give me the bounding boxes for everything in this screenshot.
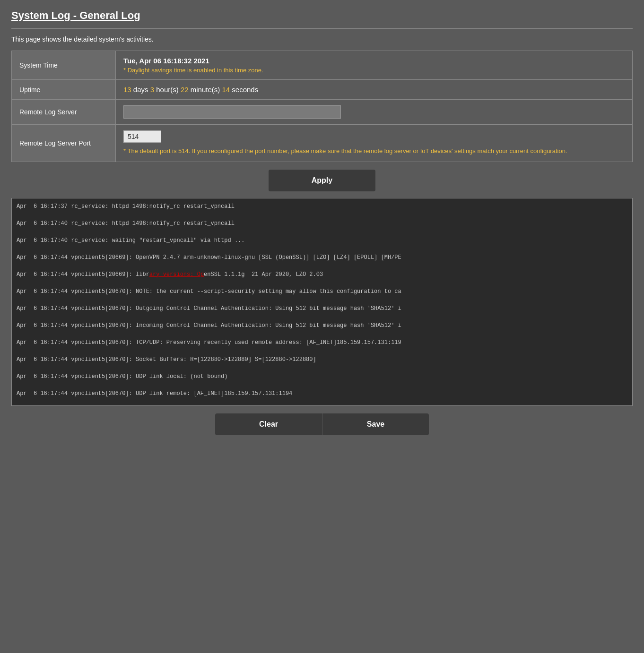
system-time-datetime: Tue, Apr 06 16:18:32 2021 xyxy=(123,57,625,65)
log-line: Apr 6 16:17:44 vpnclient5[20669]: librar… xyxy=(17,270,627,279)
port-input[interactable] xyxy=(123,130,161,143)
apply-btn-row: Apply xyxy=(11,170,633,191)
page-container: System Log - General Log This page shows… xyxy=(0,0,644,445)
remote-log-server-port-row: Remote Log Server Port * The default por… xyxy=(12,125,633,162)
uptime-row: Uptime 13 days 3 hour(s) 22 minute(s) 14… xyxy=(12,80,633,100)
uptime-label: Uptime xyxy=(12,80,116,100)
bottom-buttons: Clear Save xyxy=(11,413,633,435)
page-description: This page shows the detailed system's ac… xyxy=(11,35,633,43)
uptime-seconds: 14 xyxy=(222,86,230,94)
log-line: Apr 6 16:17:44 vpnclient5[20669]: OpenVP… xyxy=(17,253,627,262)
remote-log-server-input[interactable] xyxy=(123,105,341,119)
uptime-days: 13 xyxy=(123,86,131,94)
system-time-value: Tue, Apr 06 16:18:32 2021 * Daylight sav… xyxy=(116,51,633,80)
uptime-hours-label: hour(s) xyxy=(156,86,179,94)
uptime-minutes: 22 xyxy=(181,86,189,94)
uptime-minutes-label: minute(s) xyxy=(191,86,220,94)
remote-log-server-port-value: * The default port is 514. If you reconf… xyxy=(116,125,633,162)
divider xyxy=(11,28,633,29)
apply-button[interactable]: Apply xyxy=(269,170,375,191)
log-line: Apr 6 16:17:44 vpnclient5[20670]: UDP li… xyxy=(17,372,627,381)
log-line: Apr 6 16:17:44 vpnclient5[20670]: UDP li… xyxy=(17,389,627,398)
log-line: Apr 6 16:17:44 vpnclient5[20670]: Outgoi… xyxy=(17,304,627,313)
remote-log-server-value xyxy=(116,100,633,125)
log-line: Apr 6 16:17:44 vpnclient5[20670]: NOTE: … xyxy=(17,287,627,296)
clear-button[interactable]: Clear xyxy=(215,413,322,435)
log-line: Apr 6 16:17:40 rc_service: waiting "rest… xyxy=(17,236,627,245)
uptime-seconds-label: seconds xyxy=(232,86,258,94)
uptime-value: 13 days 3 hour(s) 22 minute(s) 14 second… xyxy=(116,80,633,100)
save-button[interactable]: Save xyxy=(322,413,429,435)
remote-log-server-label: Remote Log Server xyxy=(12,100,116,125)
log-line: Apr 6 16:17:37 rc_service: httpd 1498:no… xyxy=(17,202,627,211)
log-line: Apr 6 16:17:40 rc_service: httpd 1498:no… xyxy=(17,219,627,228)
log-line: Apr 6 16:17:44 vpnclient5[20670]: TCP/UD… xyxy=(17,338,627,347)
remote-log-server-port-label: Remote Log Server Port xyxy=(12,125,116,162)
red-underline-text: ary versions: Op xyxy=(149,271,204,278)
uptime-days-label: days xyxy=(133,86,148,94)
page-title: System Log - General Log xyxy=(11,9,633,22)
port-note: * The default port is 514. If you reconf… xyxy=(123,147,567,155)
system-time-label: System Time xyxy=(12,51,116,80)
uptime-hours: 3 xyxy=(150,86,154,94)
system-time-row: System Time Tue, Apr 06 16:18:32 2021 * … xyxy=(12,51,633,80)
log-line: Apr 6 16:17:44 vpnclient5[20670]: Incomi… xyxy=(17,321,627,330)
uptime-text: 13 days 3 hour(s) 22 minute(s) 14 second… xyxy=(123,86,258,94)
remote-log-server-row: Remote Log Server xyxy=(12,100,633,125)
system-time-note: * Daylight savings time is enabled in th… xyxy=(123,67,625,74)
log-line: Apr 6 16:17:44 vpnclient5[20670]: Socket… xyxy=(17,355,627,364)
log-container[interactable]: Apr 6 16:17:37 rc_service: httpd 1498:no… xyxy=(11,198,633,406)
info-table: System Time Tue, Apr 06 16:18:32 2021 * … xyxy=(11,51,633,162)
